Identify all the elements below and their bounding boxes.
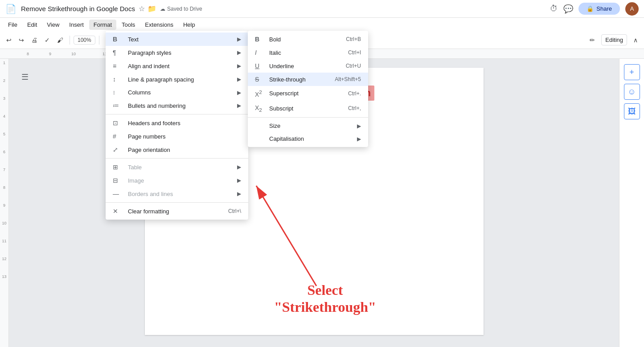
chevron-up-icon[interactable]: ∧ <box>631 35 640 45</box>
format-menu-pagenumbers[interactable]: # Page numbers <box>106 130 248 143</box>
linespacing-icon: ↕ <box>113 76 123 83</box>
format-paragraph-label: Paragraph styles <box>128 49 237 56</box>
undo-button[interactable]: ↩ <box>4 35 14 45</box>
text-arrow-icon: ▶ <box>237 36 241 42</box>
share-button[interactable]: 🔒 Share <box>578 3 620 15</box>
spellcheck-button[interactable]: ✓ <box>42 35 53 45</box>
format-menu-columns[interactable]: ⫶ Columns ▶ <box>106 86 248 99</box>
text-submenu-superscript[interactable]: X2 Superscript Ctrl+. <box>248 86 368 101</box>
format-menu-text[interactable]: B Text ▶ <box>106 33 248 46</box>
underline-icon: U <box>255 62 265 69</box>
history-icon[interactable]: ⏱ <box>550 4 558 13</box>
bold-icon: B <box>255 36 265 43</box>
paragraph-arrow-icon: ▶ <box>237 49 241 56</box>
format-menu-headers[interactable]: ⊡ Headers and footers <box>106 116 248 130</box>
avatar: A <box>625 2 639 16</box>
format-menu-bullets[interactable]: ≔ Bullets and numbering ▶ <box>106 99 248 112</box>
underline-label: Underline <box>269 63 346 69</box>
table-arrow-icon: ▶ <box>237 164 241 170</box>
text-submenu: B Bold Ctrl+B I Italic Ctrl+I U Underlin… <box>248 31 368 147</box>
borders-arrow-icon: ▶ <box>237 191 241 197</box>
text-divider-1 <box>248 117 368 118</box>
menu-tools[interactable]: Tools <box>117 20 139 30</box>
saved-to-drive: ☁ Saved to Drive <box>160 6 202 12</box>
format-menu-table: ⊞ Table ▶ <box>106 160 248 174</box>
italic-shortcut: Ctrl+I <box>348 49 361 56</box>
format-menu-image: ⊟ Image ▶ <box>106 174 248 187</box>
format-menu-paragraph[interactable]: ¶ Paragraph styles ▶ <box>106 46 248 59</box>
side-ruler: 1 2 3 4 5 6 7 8 9 10 11 12 13 <box>0 59 9 347</box>
format-divider-2 <box>106 158 248 159</box>
format-pageorientation-label: Page orientation <box>128 147 241 153</box>
text-icon: B <box>113 36 123 43</box>
text-submenu-underline[interactable]: U Underline Ctrl+U <box>248 59 368 73</box>
headers-icon: ⊡ <box>113 119 123 127</box>
clearformat-shortcut: Ctrl+\ <box>228 208 241 214</box>
ruler-v-13: 13 <box>2 274 6 279</box>
menu-extensions[interactable]: Extensions <box>140 20 178 30</box>
right-sidebar: + ☺ 🖼 <box>619 59 644 347</box>
ruler-v-9: 9 <box>3 203 5 208</box>
borders-icon: — <box>113 190 123 197</box>
text-submenu-capitalisation[interactable]: Capitalisation ▶ <box>248 132 368 145</box>
pencil-icon[interactable]: ✏ <box>587 35 598 45</box>
paintformat-button[interactable]: 🖌 <box>54 35 66 45</box>
ruler-v-2: 2 <box>3 78 5 83</box>
format-menu-borders: — Borders and lines ▶ <box>106 187 248 200</box>
toolbar-divider-2 <box>99 36 99 45</box>
folder-icon[interactable]: 📁 <box>148 4 156 13</box>
text-submenu-subscript[interactable]: X2 Subscript Ctrl+, <box>248 101 368 116</box>
text-submenu-bold[interactable]: B Bold Ctrl+B <box>248 33 368 46</box>
star-icon[interactable]: ☆ <box>139 4 145 13</box>
image-arrow-icon: ▶ <box>237 177 241 184</box>
ruler-v-10: 10 <box>2 221 6 225</box>
subscript-label: Subscript <box>269 105 348 112</box>
format-menu-clearformat[interactable]: ✕ Clear formatting Ctrl+\ <box>106 204 248 218</box>
emoji-button[interactable]: ☺ <box>624 84 640 100</box>
image-icon: 🖼 <box>628 107 636 116</box>
text-submenu-italic[interactable]: I Italic Ctrl+I <box>248 46 368 59</box>
pagenumbers-icon: # <box>113 133 123 140</box>
superscript-shortcut: Ctrl+. <box>348 90 361 97</box>
format-menu-pageorientation[interactable]: ⤢ Page orientation <box>106 143 248 156</box>
bullets-arrow-icon: ▶ <box>237 102 241 109</box>
page-menu-icon[interactable]: ☰ <box>21 72 29 82</box>
cloud-icon: ☁ <box>160 6 165 12</box>
zoom-display[interactable]: 100% <box>74 36 95 45</box>
menu-help[interactable]: Help <box>179 20 200 30</box>
editing-mode[interactable]: Editing <box>601 34 627 45</box>
ruler-num-10: 10 <box>71 52 76 56</box>
comment-icon[interactable]: 💬 <box>563 4 573 14</box>
add-content-button[interactable]: + <box>624 64 640 80</box>
format-divider-3 <box>106 202 248 203</box>
format-pagenumbers-label: Page numbers <box>128 133 241 140</box>
clearformat-icon: ✕ <box>113 208 123 215</box>
align-arrow-icon: ▶ <box>237 63 241 69</box>
capitalisation-label: Capitalisation <box>269 135 353 142</box>
text-submenu-strikethrough[interactable]: S Strike-through Alt+Shift+5 <box>248 73 368 86</box>
format-menu-linespacing[interactable]: ↕ Line & paragraph spacing ▶ <box>106 73 248 86</box>
subscript-shortcut: Ctrl+, <box>348 105 361 111</box>
menu-bar: File Edit View Insert Format Tools Exten… <box>0 18 644 31</box>
format-bullets-label: Bullets and numbering <box>128 102 237 109</box>
print-button[interactable]: 🖨 <box>29 35 40 45</box>
superscript-icon: X2 <box>255 89 265 98</box>
format-align-label: Align and indent <box>128 63 237 69</box>
text-submenu-size[interactable]: Size ▶ <box>248 119 368 132</box>
plus-icon: + <box>629 68 634 77</box>
italic-icon: I <box>255 49 265 56</box>
menu-format[interactable]: Format <box>89 20 116 30</box>
redo-button[interactable]: ↪ <box>16 35 27 45</box>
menu-insert[interactable]: Insert <box>65 20 88 30</box>
lock-icon: 🔒 <box>587 5 594 12</box>
menu-view[interactable]: View <box>42 20 64 30</box>
image-button[interactable]: 🖼 <box>624 103 640 119</box>
menu-file[interactable]: File <box>4 20 22 30</box>
capitalisation-arrow-icon: ▶ <box>357 136 361 142</box>
format-menu-align[interactable]: ≡ Align and indent ▶ <box>106 59 248 73</box>
align-icon: ≡ <box>113 62 123 69</box>
toolbar-divider-1 <box>70 36 70 45</box>
title-bar: 📄 Remove Strikethrough in Google Docs ☆ … <box>0 0 644 18</box>
menu-edit[interactable]: Edit <box>23 20 41 30</box>
toolbar-right: ✏ Editing ∧ <box>587 34 640 45</box>
